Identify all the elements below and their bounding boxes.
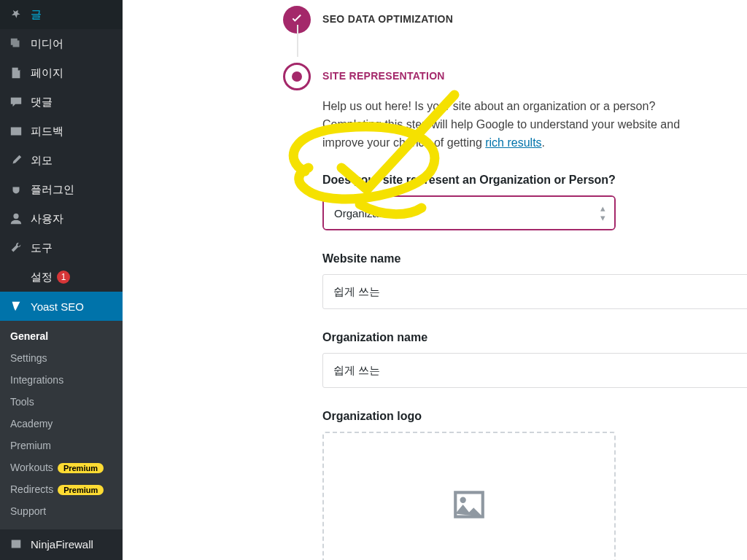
sidebar-label: NinjaFirewall — [31, 538, 93, 551]
sidebar-item-users[interactable]: 사용자 — [0, 204, 123, 233]
feedback-icon — [9, 124, 23, 139]
sidebar-item-pages[interactable]: 페이지 — [0, 58, 123, 88]
field-org-or-person: Does your site represent an Organization… — [322, 174, 703, 230]
sidebar-label: 글 — [31, 8, 42, 22]
page-icon — [9, 66, 23, 80]
rich-results-link[interactable]: rich results — [485, 136, 541, 149]
pin-icon — [9, 7, 23, 22]
premium-badge: Premium — [58, 463, 104, 473]
settings-icon — [9, 270, 23, 284]
sidebar-label: 페이지 — [31, 66, 63, 80]
submenu-integrations[interactable]: Integrations — [0, 369, 123, 391]
submenu-settings[interactable]: Settings — [0, 347, 123, 369]
field-org-name: Organization name — [322, 331, 703, 388]
step-title: SITE REPRESENTATION — [322, 70, 703, 82]
brush-icon — [9, 153, 23, 168]
submenu-workouts[interactable]: WorkoutsPremium — [0, 456, 123, 478]
sidebar-item-comments[interactable]: 댓글 — [0, 88, 123, 117]
submenu-tools[interactable]: Tools — [0, 391, 123, 413]
field-org-logo: Organization logo Select image — [322, 410, 703, 560]
media-icon — [9, 36, 23, 51]
main-content: SEO DATA OPTIMIZATION SITE REPRESENTATIO… — [123, 0, 747, 560]
submenu-general[interactable]: General — [0, 325, 123, 347]
step-site-representation: SITE REPRESENTATION Help us out here! Is… — [283, 57, 703, 560]
sidebar-label: 설정 — [31, 271, 53, 284]
firewall-icon — [9, 537, 23, 551]
sidebar-item-media[interactable]: 미디어 — [0, 29, 123, 58]
comment-icon — [9, 95, 23, 109]
step-connector-line — [297, 25, 298, 57]
sidebar-label: 도구 — [31, 241, 53, 255]
org-or-person-select-wrap: Organization ▴▾ — [322, 195, 616, 230]
sidebar-item-posts[interactable]: 글 — [0, 0, 123, 29]
sidebar-item-settings[interactable]: 설정 1 — [0, 262, 123, 292]
user-icon — [9, 211, 23, 226]
sidebar-label: 댓글 — [31, 96, 53, 109]
step-description: Help us out here! Is your site about an … — [322, 98, 703, 152]
step-seo-data: SEO DATA OPTIMIZATION — [283, 0, 703, 57]
org-or-person-label: Does your site represent an Organization… — [322, 174, 703, 187]
org-logo-label: Organization logo — [322, 410, 703, 423]
field-website-name: Website name — [322, 252, 703, 309]
sidebar-item-plugins[interactable]: 플러그인 — [0, 175, 123, 204]
sidebar-label: 미디어 — [31, 37, 63, 51]
yoast-submenu: General Settings Integrations Tools Acad… — [0, 321, 123, 529]
submenu-support[interactable]: Support — [0, 500, 123, 522]
sidebar-label: 피드백 — [31, 125, 63, 139]
sidebar-item-yoast[interactable]: Yoast SEO — [0, 292, 123, 321]
website-name-label: Website name — [322, 252, 703, 265]
sidebar-item-tools[interactable]: 도구 — [0, 233, 123, 262]
submenu-academy[interactable]: Academy — [0, 413, 123, 435]
notification-badge: 1 — [57, 271, 70, 284]
plug-icon — [9, 182, 23, 197]
select-caret-icon: ▴▾ — [600, 203, 605, 222]
submenu-redirects[interactable]: RedirectsPremium — [0, 478, 123, 500]
yoast-icon — [9, 299, 23, 314]
sidebar-label: 외모 — [31, 154, 53, 168]
wrench-icon — [9, 241, 23, 255]
org-or-person-select[interactable]: Organization — [324, 197, 614, 229]
step-bullet-current — [283, 63, 311, 90]
submenu-premium[interactable]: Premium — [0, 435, 123, 456]
wp-admin-sidebar: 글 미디어 페이지 댓글 피드백 외모 플러그인 사용자 — [0, 0, 123, 560]
sidebar-item-ninjafirewall[interactable]: NinjaFirewall — [0, 529, 123, 559]
sidebar-item-feedback[interactable]: 피드백 — [0, 117, 123, 146]
sidebar-label: 사용자 — [31, 212, 63, 226]
org-name-input[interactable] — [322, 353, 747, 388]
sidebar-label: 플러그인 — [31, 183, 74, 197]
org-name-label: Organization name — [322, 331, 703, 344]
website-name-input[interactable] — [322, 274, 747, 309]
image-placeholder-icon — [451, 486, 487, 523]
premium-badge: Premium — [58, 485, 104, 495]
step-title: SEO DATA OPTIMIZATION — [322, 13, 703, 25]
sidebar-item-appearance[interactable]: 외모 — [0, 146, 123, 175]
org-logo-dropzone[interactable] — [322, 432, 616, 560]
sidebar-label: Yoast SEO — [31, 300, 84, 313]
svg-point-0 — [460, 497, 466, 503]
